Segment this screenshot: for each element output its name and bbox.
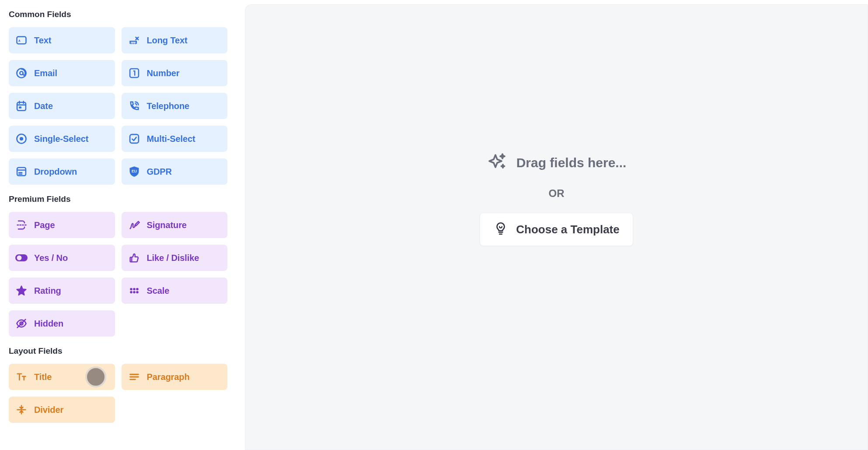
- field-dropdown[interactable]: Dropdown: [9, 158, 115, 185]
- layout-fields-heading: Layout Fields: [9, 346, 227, 356]
- field-label: Number: [147, 68, 180, 78]
- date-icon: [15, 99, 28, 112]
- field-page[interactable]: Page: [9, 212, 115, 238]
- svg-point-19: [130, 292, 132, 293]
- star-icon: [15, 284, 28, 297]
- field-label: Title: [34, 372, 52, 382]
- field-single-select[interactable]: Single-Select: [9, 126, 115, 152]
- field-label: Divider: [34, 405, 63, 415]
- field-label: Page: [34, 220, 55, 230]
- field-gdpr[interactable]: EU GDPR: [122, 158, 228, 185]
- field-text[interactable]: Text: [9, 27, 115, 53]
- field-multi-select[interactable]: Multi-Select: [122, 126, 228, 152]
- or-separator: OR: [549, 187, 565, 200]
- field-label: Date: [34, 101, 53, 111]
- field-telephone[interactable]: Telephone: [122, 93, 228, 119]
- field-label: GDPR: [147, 167, 172, 177]
- field-label: Text: [34, 35, 51, 46]
- field-scale[interactable]: Scale: [122, 278, 228, 304]
- field-yes-no[interactable]: Yes / No: [9, 245, 115, 271]
- multi-select-icon: [128, 132, 141, 145]
- svg-text:EU: EU: [131, 169, 136, 173]
- field-label: Like / Dislike: [147, 253, 199, 263]
- drag-hint-line: Drag fields here...: [487, 151, 627, 174]
- paragraph-icon: [128, 370, 141, 383]
- svg-point-1: [131, 43, 131, 43]
- field-label: Single-Select: [34, 134, 88, 144]
- signature-icon: [128, 218, 141, 232]
- svg-point-15: [17, 256, 22, 260]
- telephone-icon: [128, 99, 141, 112]
- cursor-indicator: [85, 366, 106, 387]
- scale-icon: [128, 284, 141, 297]
- field-label: Telephone: [147, 101, 190, 111]
- svg-point-21: [136, 292, 138, 293]
- premium-fields-grid: Page Signature Yes / No: [9, 212, 227, 337]
- svg-point-20: [133, 292, 135, 293]
- premium-fields-heading: Premium Fields: [9, 194, 227, 204]
- choose-template-button[interactable]: Choose a Template: [480, 213, 633, 246]
- gdpr-icon: EU: [128, 165, 141, 178]
- svg-point-3: [135, 43, 135, 43]
- field-label: Rating: [34, 286, 61, 296]
- svg-point-2: [133, 43, 133, 43]
- field-label: Hidden: [34, 319, 63, 329]
- template-button-label: Choose a Template: [516, 223, 619, 236]
- field-label: Scale: [147, 286, 170, 296]
- common-fields-grid: Text Long Text Email: [9, 27, 227, 185]
- field-number[interactable]: Number: [122, 60, 228, 86]
- common-fields-heading: Common Fields: [9, 10, 227, 19]
- sidebar: Common Fields Text Long Text: [0, 0, 236, 450]
- lightbulb-icon: [493, 221, 508, 238]
- svg-rect-11: [130, 134, 139, 143]
- field-label: Dropdown: [34, 167, 77, 177]
- layout-fields-grid: Title Paragraph Divider: [9, 364, 227, 423]
- field-title[interactable]: Title: [9, 364, 115, 390]
- divider-icon: [15, 403, 28, 416]
- field-signature[interactable]: Signature: [122, 212, 228, 238]
- svg-point-16: [130, 288, 132, 290]
- field-label: Signature: [147, 220, 187, 230]
- field-label: Long Text: [147, 35, 188, 46]
- title-icon: [15, 370, 28, 383]
- field-email[interactable]: Email: [9, 60, 115, 86]
- field-label: Email: [34, 68, 57, 78]
- sparkle-icon: [487, 151, 508, 174]
- field-rating[interactable]: Rating: [9, 278, 115, 304]
- field-label: Yes / No: [34, 253, 68, 263]
- svg-rect-7: [17, 102, 26, 111]
- svg-point-17: [133, 288, 135, 290]
- long-text-icon: [128, 34, 141, 47]
- drag-hint-text: Drag fields here...: [516, 155, 627, 170]
- email-icon: [15, 67, 28, 80]
- dropdown-icon: [15, 165, 28, 178]
- thumbs-up-icon: [128, 251, 141, 264]
- field-label: Multi-Select: [147, 134, 195, 144]
- field-paragraph[interactable]: Paragraph: [122, 364, 228, 390]
- svg-point-18: [136, 288, 138, 290]
- hidden-icon: [15, 317, 28, 330]
- field-long-text[interactable]: Long Text: [122, 27, 228, 53]
- form-canvas[interactable]: Drag fields here... OR Choose a Template: [245, 4, 868, 450]
- number-icon: [128, 67, 141, 80]
- field-hidden[interactable]: Hidden: [9, 310, 115, 337]
- field-label: Paragraph: [147, 372, 190, 382]
- field-like-dislike[interactable]: Like / Dislike: [122, 245, 228, 271]
- field-date[interactable]: Date: [9, 93, 115, 119]
- svg-rect-0: [17, 37, 26, 44]
- toggle-icon: [15, 251, 28, 264]
- single-select-icon: [15, 132, 28, 145]
- field-divider[interactable]: Divider: [9, 397, 115, 423]
- drop-zone-center: Drag fields here... OR Choose a Template: [480, 151, 633, 246]
- svg-rect-8: [19, 106, 21, 109]
- text-icon: [15, 34, 28, 47]
- page-icon: [15, 218, 28, 232]
- svg-point-10: [20, 137, 23, 141]
